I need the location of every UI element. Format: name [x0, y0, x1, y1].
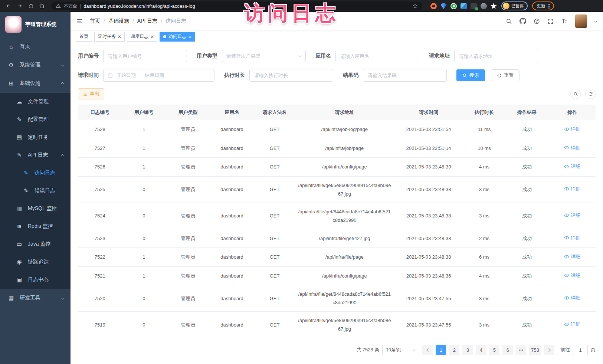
sidebar-item-label: API 日志 — [28, 152, 48, 158]
page-button[interactable]: 753 — [529, 345, 541, 355]
search-button[interactable]: 搜索 — [456, 69, 485, 81]
fullscreen-icon[interactable] — [547, 18, 554, 24]
caret-down-icon[interactable] — [594, 19, 598, 23]
refresh-table-button[interactable] — [585, 89, 596, 99]
github-icon[interactable] — [520, 18, 526, 24]
cell-log-id: 7524 — [78, 203, 122, 229]
user-id-input[interactable] — [103, 50, 187, 62]
address-bar[interactable]: 不安全 dashboard.yudao.iocoder.cn/infra/log… — [51, 1, 422, 10]
close-icon[interactable] — [118, 35, 121, 38]
user-avatar[interactable] — [575, 14, 587, 28]
page-size-select[interactable]: 10条/页 — [382, 345, 419, 355]
tab-scheduled-jobs[interactable]: 定时任务 — [94, 32, 125, 42]
show-search-button[interactable] — [570, 89, 581, 99]
sidebar-item-api-logs[interactable]: ✎ API 日志 — [0, 146, 71, 164]
hamburger-icon[interactable] — [76, 18, 83, 24]
sidebar-item-log-center[interactable]: ▣ 日志中心 — [0, 271, 71, 289]
result-code-input[interactable] — [363, 69, 447, 82]
tab-schedule-logs[interactable]: 调度日志 — [127, 32, 157, 42]
sidebar-item-file-management[interactable]: ☁ 文件管理 — [0, 93, 71, 111]
user-type-select[interactable]: 请选择用户类型 — [222, 50, 306, 62]
bookmark-star-icon[interactable] — [412, 3, 418, 9]
goto-page-input[interactable] — [573, 345, 588, 355]
extension-icon[interactable] — [491, 3, 497, 9]
extension-icon[interactable] — [440, 3, 447, 9]
app-logo[interactable]: 芋道管理系统 — [0, 12, 71, 37]
cell-time: 2021-05-03 23:47:55 — [394, 312, 463, 338]
col-method: 请求方法名 — [254, 105, 295, 120]
page-button[interactable]: 6 — [502, 345, 513, 355]
sidebar-item-redis-monitor[interactable]: ≋ Redis 监控 — [0, 217, 71, 235]
sidebar-item-error-logs[interactable]: ✎ 错误日志 — [0, 182, 71, 200]
close-icon[interactable] — [151, 35, 154, 38]
request-url-input[interactable] — [454, 50, 538, 62]
search-icon[interactable] — [506, 18, 512, 24]
detail-link[interactable]: 详细 — [564, 271, 580, 280]
detail-link[interactable]: 详细 — [564, 211, 580, 220]
table-row: 75240管理员dashboardGET/api/infra/file/get/… — [78, 203, 596, 229]
cell-method: GET — [254, 229, 295, 248]
app-name-input[interactable] — [335, 50, 419, 62]
duration-input[interactable] — [249, 69, 333, 82]
close-icon[interactable] — [189, 35, 191, 38]
browser-back-icon[interactable] — [4, 1, 13, 11]
access-log-table: 日志编号 用户编号 用户类型 应用名 请求方法名 请求地址 请求时间 执行时长 … — [78, 105, 596, 338]
filter-result-code: 结果码 — [343, 69, 447, 82]
browser-chrome: 不安全 dashboard.yudao.iocoder.cn/infra/log… — [0, 0, 603, 12]
sidebar-item-infrastructure[interactable]: ⊞ 基础设施 — [0, 74, 71, 93]
detail-link[interactable]: 详细 — [564, 294, 580, 302]
export-button[interactable]: 导出 — [78, 88, 104, 99]
cell-app: dashboard — [210, 266, 254, 285]
cell-method: GET — [254, 266, 295, 285]
sidebar-item-home[interactable]: ⌂ 首页 — [0, 37, 71, 56]
cell-user-type: 管理员 — [166, 120, 210, 139]
detail-link[interactable]: 详细 — [564, 185, 580, 193]
breadcrumb-item[interactable]: 首页 — [90, 18, 100, 24]
prev-page-button[interactable] — [422, 345, 433, 355]
tab-access-logs[interactable]: 访问日志 — [160, 32, 195, 42]
detail-link[interactable]: 详细 — [564, 125, 580, 133]
browser-profile-chip[interactable]: 已暂停 — [501, 1, 528, 10]
extension-icon[interactable] — [430, 3, 437, 9]
sidebar-item-trace[interactable]: ◉ 链路追踪 — [0, 253, 71, 271]
sidebar-item-access-logs[interactable]: ✎ 访问日志 — [0, 164, 71, 182]
next-page-button[interactable] — [544, 345, 554, 355]
more-pages-button[interactable]: ••• — [516, 345, 526, 355]
page-button[interactable]: 1 — [436, 345, 446, 355]
extension-icon[interactable] — [461, 3, 467, 9]
sidebar-item-mysql-monitor[interactable]: ▥ MySQL 监控 — [0, 200, 71, 217]
browser-home-icon[interactable] — [37, 1, 47, 11]
page-button[interactable]: 2 — [449, 345, 459, 355]
reset-button-label: 重置 — [504, 72, 514, 79]
page-button[interactable]: 3 — [462, 345, 473, 355]
sidebar-item-dev-tools[interactable]: ▦ 研发工具 — [0, 289, 71, 307]
browser-menu-icon[interactable] — [548, 4, 550, 9]
detail-link[interactable]: 详细 — [564, 234, 580, 242]
home-icon: ⌂ — [7, 43, 15, 50]
detail-link[interactable]: 详细 — [564, 162, 580, 171]
detail-link[interactable]: 详细 — [564, 252, 580, 261]
sidebar-item-java-monitor[interactable]: ▭ Java 监控 — [0, 235, 71, 253]
extension-icon[interactable] — [481, 3, 487, 9]
tab-home[interactable]: 首页 — [76, 32, 92, 42]
browser-forward-icon[interactable] — [15, 1, 24, 11]
sidebar-item-config-management[interactable]: ✎ 配置管理 — [0, 111, 71, 128]
page-button[interactable]: 5 — [489, 345, 499, 355]
cell-user-type: 管理员 — [166, 139, 210, 158]
request-time-range-picker[interactable]: 开始日期 - 结束日期 — [103, 69, 214, 82]
detail-link[interactable]: 详细 — [564, 320, 580, 328]
browser-reload-icon[interactable] — [26, 1, 36, 11]
tab-label: 定时任务 — [98, 33, 116, 40]
reset-button[interactable]: 重置 — [491, 69, 520, 81]
breadcrumb-item[interactable]: API 日志 — [137, 18, 157, 24]
font-size-icon[interactable] — [561, 18, 568, 24]
detail-link[interactable]: 详细 — [564, 144, 580, 152]
page-button[interactable]: 4 — [476, 345, 486, 355]
breadcrumb-item[interactable]: 基础设施 — [108, 18, 129, 24]
browser-update-button[interactable]: 更新 — [532, 1, 554, 10]
sidebar-item-system-management[interactable]: ⚙ 系统管理 — [0, 56, 71, 74]
help-icon[interactable] — [534, 18, 540, 24]
extension-icon[interactable] — [450, 3, 457, 9]
extension-icon[interactable] — [471, 3, 477, 9]
sidebar-item-scheduled-jobs[interactable]: ▤ 定时任务 — [0, 128, 71, 146]
